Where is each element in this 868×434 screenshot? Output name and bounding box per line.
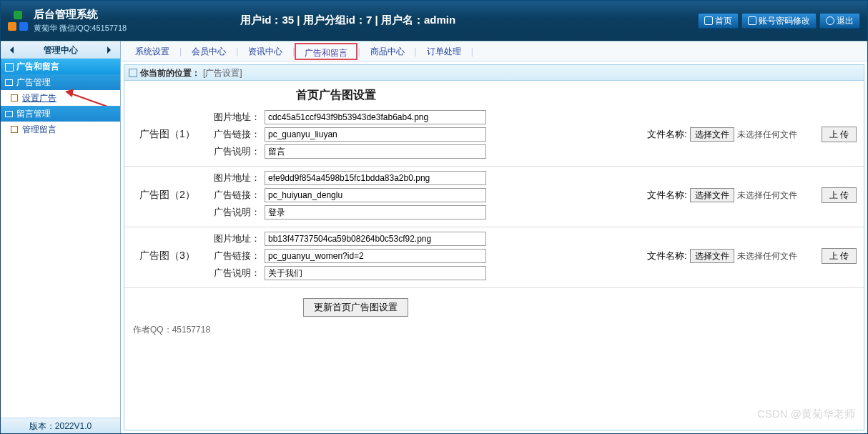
author-footer: 作者QQ：45157718 [124,317,864,336]
ad-row: 广告图（2） 图片地址： 广告链接： 广告说明： 文件名称: 选择文件 未选择任… [124,167,864,227]
header-bar: COMPANY 后台管理系统 黄菊华 微信/QQ:45157718 用户id：3… [1,1,867,41]
nav-system[interactable]: 系统设置 [125,41,179,61]
nav-news[interactable]: 资讯中心 [238,41,292,61]
img-label: 图片地址： [210,111,260,124]
img-input-1[interactable] [265,110,486,124]
system-subtitle: 黄菊华 微信/QQ:45157718 [34,23,127,34]
sidebar-footer-version: 版本：2022V1.0 [1,418,120,433]
sidebar-link-set-ad[interactable]: 设置广告 [22,93,56,103]
upload-button-3[interactable]: 上 传 [822,248,857,264]
home-button[interactable]: 首页 [698,13,739,29]
desc-input-3[interactable] [265,266,486,280]
submit-update-button[interactable]: 更新首页广告图设置 [303,298,408,317]
sidebar: 管理中心 广告和留言 广告管理 设置广告 留言管理 管理留言 版本：2022V1… [1,41,121,433]
svg-marker-1 [65,89,74,97]
system-title: 后台管理系统 [34,8,127,21]
ad-row: 广告图（1） 图片地址： 广告链接： 广告说明： 文件名称: 选择文件 未选择任… [124,106,864,167]
svg-line-0 [69,93,109,107]
link-label: 广告链接： [210,189,260,202]
ad-row-label: 广告图（3） [132,250,203,262]
img-input-2[interactable] [265,171,486,185]
choose-file-button-2[interactable]: 选择文件 [690,188,734,202]
file-status-2: 未选择任何文件 [737,189,797,202]
desc-input-2[interactable] [265,205,486,220]
img-label: 图片地址： [210,232,260,245]
power-icon [826,16,834,25]
link-label: 广告链接： [210,250,260,262]
choose-file-button-1[interactable]: 选择文件 [690,127,734,142]
nav-ads-active[interactable]: 广告和留言 [295,43,357,60]
link-label: 广告链接： [210,128,260,141]
top-nav: 系统设置| 会员中心| 资讯中心| 广告和留言| 商品中心| 订单处理| [121,41,867,61]
sidebar-item-set-ad[interactable]: 设置广告 [1,90,120,106]
nav-orders[interactable]: 订单处理 [417,41,471,61]
ad-row-label: 广告图（1） [132,128,203,141]
ad-row: 广告图（3） 图片地址： 广告链接： 广告说明： 文件名称: 选择文件 未选择任… [124,227,864,288]
link-input-1[interactable] [265,127,486,142]
logo-icon [8,11,28,31]
sidebar-item-manage-msg[interactable]: 管理留言 [1,122,120,137]
sidebar-group-ad-manage[interactable]: 广告管理 [1,74,120,90]
breadcrumb-label: 你当前的位置： [140,65,200,81]
file-status-1: 未选择任何文件 [737,129,797,141]
page-title: 首页广告图设置 [124,81,864,106]
img-label: 图片地址： [210,172,260,184]
home-icon [704,16,713,25]
list-icon [748,16,756,25]
ad-row-label: 广告图（2） [132,189,203,202]
content-panel: 你当前的位置： [广告设置] 首页广告图设置 广告图（1） 图片地址： 广告链接… [124,64,864,430]
sidebar-head: 管理中心 [1,41,120,59]
breadcrumb-path: [广告设置] [203,65,242,81]
choose-file-button-3[interactable]: 选择文件 [690,249,734,263]
desc-label: 广告说明： [210,145,260,158]
file-label: 文件名称: [647,128,687,141]
link-input-2[interactable] [265,188,486,202]
breadcrumb: 你当前的位置： [广告设置] [124,65,864,81]
logout-button[interactable]: 退出 [819,13,860,29]
file-label: 文件名称: [647,189,687,202]
img-input-3[interactable] [265,232,486,246]
link-input-3[interactable] [265,249,486,263]
upload-button-1[interactable]: 上 传 [822,127,857,142]
sidebar-section-ads[interactable]: 广告和留言 [1,59,120,74]
nav-member[interactable]: 会员中心 [182,41,236,61]
sidebar-group-msg-manage[interactable]: 留言管理 [1,106,120,122]
breadcrumb-icon [129,69,137,77]
file-label: 文件名称: [647,250,687,262]
change-password-button[interactable]: 账号密码修改 [741,13,817,29]
upload-button-2[interactable]: 上 传 [822,187,857,203]
nav-goods[interactable]: 商品中心 [360,41,415,61]
desc-label: 广告说明： [210,267,260,280]
file-status-3: 未选择任何文件 [737,250,797,262]
desc-input-1[interactable] [265,144,486,159]
desc-label: 广告说明： [210,206,260,219]
